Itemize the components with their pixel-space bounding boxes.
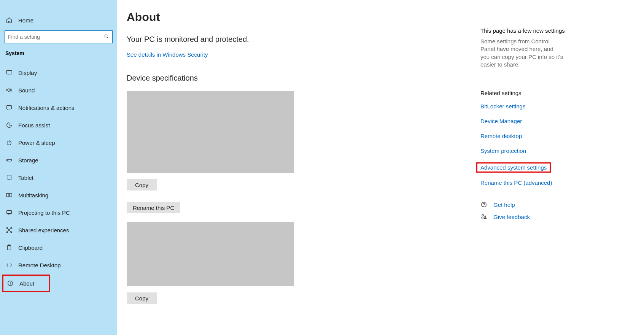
windows-spec-block — [127, 222, 294, 286]
shared-icon — [5, 226, 13, 234]
sidebar-item-notifications[interactable]: Notifications & actions — [0, 99, 117, 116]
sidebar-about-highlight: About — [2, 275, 50, 292]
sidebar-item-label: Tablet — [18, 175, 33, 181]
sidebar-home[interactable]: Home — [0, 11, 117, 29]
remote-desktop-icon — [5, 261, 13, 269]
home-icon — [5, 16, 13, 24]
copy-windows-spec-button[interactable]: Copy — [127, 292, 157, 304]
sidebar-item-label: Remote Desktop — [18, 262, 61, 268]
search-icon — [104, 34, 109, 40]
help-icon — [480, 201, 487, 208]
main: About Your PC is monitored and protected… — [117, 0, 644, 335]
notifications-icon — [5, 104, 13, 111]
support-section: Get help Give feedback — [480, 201, 621, 220]
sidebar-item-label: Focus assist — [18, 122, 50, 129]
sidebar-home-label: Home — [18, 17, 33, 24]
sidebar-item-sound[interactable]: Sound — [0, 81, 117, 99]
get-help-row[interactable]: Get help — [480, 201, 621, 208]
svg-point-24 — [10, 282, 10, 282]
feedback-icon — [480, 213, 487, 220]
svg-rect-11 — [6, 194, 9, 197]
clipboard-icon — [5, 244, 13, 251]
sidebar-item-about[interactable]: About — [3, 276, 49, 291]
device-spec-block — [127, 91, 294, 173]
sidebar-item-clipboard[interactable]: Clipboard — [0, 239, 117, 256]
sidebar: Home System Display Sound Notifications … — [0, 0, 117, 335]
sidebar-item-multitasking[interactable]: Multitasking — [0, 186, 117, 204]
sidebar-item-remote-desktop[interactable]: Remote Desktop — [0, 256, 117, 274]
sidebar-item-label: Sound — [18, 87, 35, 94]
multitasking-icon — [5, 191, 13, 199]
device-manager-link[interactable]: Device Manager — [480, 118, 621, 124]
sidebar-item-storage[interactable]: Storage — [0, 151, 117, 169]
power-icon — [5, 139, 13, 146]
tip-body: Some settings from Control Panel have mo… — [480, 38, 564, 68]
tablet-icon — [5, 174, 13, 181]
svg-point-18 — [6, 232, 8, 233]
sidebar-item-focus-assist[interactable]: Focus assist — [0, 116, 117, 134]
windows-security-link[interactable]: See details in Windows Security — [127, 51, 208, 58]
sidebar-item-tablet[interactable]: Tablet — [0, 169, 117, 186]
search-input[interactable] — [8, 34, 104, 40]
sidebar-item-label: Multitasking — [18, 192, 48, 198]
get-help-link[interactable]: Get help — [493, 202, 515, 208]
sidebar-item-label: Shared experiences — [18, 227, 69, 233]
rename-pc-button[interactable]: Rename this PC — [127, 202, 180, 213]
bitlocker-link[interactable]: BitLocker settings — [480, 103, 621, 110]
remote-desktop-link[interactable]: Remote desktop — [480, 133, 621, 139]
sound-icon — [5, 86, 13, 94]
svg-point-19 — [11, 232, 12, 233]
svg-rect-20 — [8, 246, 11, 250]
svg-point-8 — [8, 160, 8, 160]
related-settings-heading: Related settings — [480, 90, 621, 96]
give-feedback-link[interactable]: Give feedback — [493, 214, 530, 220]
svg-line-1 — [107, 37, 108, 38]
storage-icon — [5, 156, 13, 164]
rename-pc-advanced-link[interactable]: Rename this PC (advanced) — [480, 179, 621, 186]
protected-status: Your PC is monitored and protected. — [127, 35, 480, 44]
sidebar-item-display[interactable]: Display — [0, 64, 117, 81]
svg-point-17 — [11, 227, 12, 229]
sidebar-item-label: Projecting to this PC — [18, 210, 70, 216]
sidebar-item-label: Power & sleep — [18, 140, 55, 146]
svg-point-26 — [483, 206, 484, 206]
device-spec-heading: Device specifications — [127, 74, 480, 83]
page-title: About — [127, 11, 480, 24]
svg-point-16 — [6, 227, 8, 229]
advanced-system-settings-link[interactable]: Advanced system settings — [480, 164, 547, 171]
sidebar-item-label: Storage — [18, 157, 38, 164]
sidebar-item-shared-experiences[interactable]: Shared experiences — [0, 221, 117, 239]
advanced-system-highlight: Advanced system settings — [476, 162, 551, 173]
display-icon — [5, 69, 13, 76]
focus-assist-icon — [5, 121, 13, 129]
svg-rect-12 — [10, 194, 12, 197]
tip-title: This page has a few new settings — [480, 27, 621, 34]
search-input-wrapper[interactable] — [5, 30, 113, 43]
content: About Your PC is monitored and protected… — [117, 0, 480, 335]
info-icon — [6, 279, 14, 287]
svg-point-0 — [105, 35, 107, 37]
sidebar-item-projecting[interactable]: Projecting to this PC — [0, 204, 117, 221]
sidebar-item-label: Clipboard — [18, 245, 43, 251]
right-panel: This page has a few new settings Some se… — [480, 0, 644, 335]
sidebar-item-label: Display — [18, 70, 37, 76]
copy-device-spec-button[interactable]: Copy — [127, 179, 157, 191]
sidebar-category: System — [0, 50, 117, 56]
svg-point-28 — [485, 216, 486, 217]
sidebar-item-label: Notifications & actions — [18, 105, 75, 111]
sidebar-item-label: About — [19, 280, 34, 287]
projecting-icon — [5, 209, 13, 216]
system-protection-link[interactable]: System protection — [480, 148, 621, 154]
svg-rect-4 — [7, 106, 12, 109]
svg-rect-13 — [7, 211, 12, 214]
feedback-row[interactable]: Give feedback — [480, 213, 621, 220]
svg-rect-2 — [6, 71, 12, 74]
sidebar-item-power-sleep[interactable]: Power & sleep — [0, 134, 117, 151]
svg-point-27 — [482, 214, 483, 216]
